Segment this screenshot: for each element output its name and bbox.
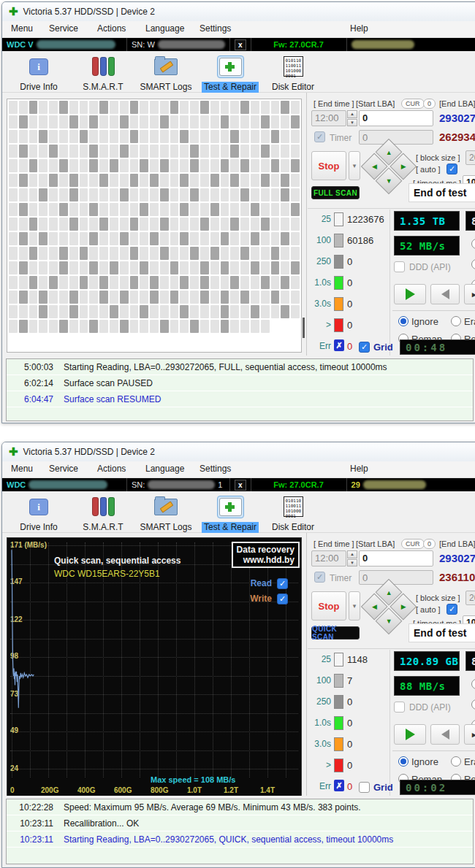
spinner-down-icon[interactable]: ▼: [347, 559, 357, 567]
scan-mode-button[interactable]: QUICK SCAN: [311, 626, 360, 640]
sub-panel-divider: [390, 650, 390, 796]
menu-item-service[interactable]: Service: [49, 23, 78, 34]
surface-scan-map[interactable]: [7, 99, 302, 353]
menu-item-service[interactable]: Service: [49, 464, 78, 474]
scan-block: [9, 188, 18, 201]
toolbar-button-drive-info[interactable]: iDrive Info: [8, 53, 69, 93]
end-time-spinner-value[interactable]: 12:00: [311, 550, 346, 566]
stop-button[interactable]: Stop: [311, 151, 346, 180]
ddd-api-checkbox[interactable]: [394, 261, 405, 272]
play-button[interactable]: [394, 724, 426, 745]
scan-block: [80, 159, 88, 172]
start-lba-input[interactable]: 0: [359, 550, 433, 566]
scan-block: [221, 276, 229, 289]
timer-checkbox[interactable]: [314, 572, 325, 583]
block-size-input[interactable]: 2048: [466, 591, 475, 605]
auto-checkbox[interactable]: [446, 164, 457, 174]
scan-position-thumb[interactable]: [303, 318, 305, 338]
log-box[interactable]: 10:22:28Speed: Maximum 95 MB/s. Average …: [6, 799, 474, 864]
scan-block: [80, 261, 88, 274]
menu-item-language[interactable]: Language: [145, 464, 184, 474]
menu-item-actions[interactable]: Actions: [97, 464, 126, 474]
scan-block: [140, 145, 148, 158]
timer-input: 0: [359, 130, 433, 145]
toolbar-button-smart-logs[interactable]: SMART Logs: [135, 53, 197, 93]
device-close-icon[interactable]: x: [235, 39, 246, 50]
menu-item-menu[interactable]: Menu: [11, 23, 33, 34]
end-time-spinner-arrows[interactable]: ▲▼: [347, 110, 357, 126]
end-time-spinner-arrows[interactable]: ▲▼: [347, 550, 357, 566]
ignore-radio[interactable]: [398, 316, 408, 326]
title-bar[interactable]: ✚Victoria 5.37 HDD/SSD | Device 2: [2, 442, 475, 461]
log-box[interactable]: 5:00:03Starting Reading, LBA=0..29302720…: [6, 358, 474, 421]
scan-block: [221, 291, 229, 304]
aux-radio-1[interactable]: [471, 239, 475, 249]
menu-item-help[interactable]: Help: [350, 464, 368, 474]
scan-block: [271, 218, 280, 231]
start-lba-input[interactable]: 0: [359, 110, 433, 126]
scan-block: [69, 145, 78, 158]
seek-error-button[interactable]: ▸?◂: [464, 284, 475, 304]
menu-item-actions[interactable]: Actions: [97, 23, 126, 34]
aux-radio-1[interactable]: [471, 679, 475, 689]
toolbar-button-label: Test & Repair: [202, 82, 259, 93]
aux-radio-2[interactable]: [471, 699, 475, 710]
back-button[interactable]: [430, 284, 460, 304]
speed-graph[interactable]: 171 (MB/s)147122987349240200G400G600G800…: [7, 537, 302, 796]
device-close-icon[interactable]: x: [235, 480, 246, 491]
spinner-up-icon[interactable]: ▲: [347, 550, 357, 558]
scan-mode-button[interactable]: FULL SCAN: [311, 186, 360, 199]
end-of-test-field[interactable]: End of test: [408, 623, 475, 642]
menu-item-settings[interactable]: Settings: [200, 464, 231, 474]
grid-checkbox[interactable]: [359, 342, 370, 353]
menu-item-settings[interactable]: Settings: [200, 23, 231, 34]
erase-radio[interactable]: [451, 756, 461, 767]
spinner-down-icon[interactable]: ▼: [347, 119, 357, 127]
erase-radio[interactable]: [451, 316, 461, 326]
menu-item-help[interactable]: Help: [350, 23, 368, 34]
end-of-test-field[interactable]: End of test: [408, 183, 475, 202]
block-size-input[interactable]: 2048: [466, 150, 475, 165]
seek-error-label: ▸?◂: [472, 290, 475, 299]
aux-radio-2[interactable]: [471, 259, 475, 269]
scan-block: [120, 203, 129, 216]
grid-checkbox[interactable]: [359, 782, 370, 793]
menu-item-menu[interactable]: Menu: [11, 464, 33, 474]
auto-checkbox[interactable]: [446, 604, 457, 615]
lba-done-value: 2361107: [439, 571, 475, 583]
stop-dropdown-button[interactable]: ▾: [349, 591, 360, 621]
scan-block: [200, 232, 209, 245]
toolbar-button-drive-info[interactable]: iDrive Info: [8, 493, 69, 533]
scan-block: [80, 145, 88, 158]
menu-bar: MenuServiceActionsLanguageSettingsHelp: [2, 21, 475, 38]
toolbar-button-s-m-a-r-t[interactable]: S.M.A.R.T: [72, 493, 134, 533]
scan-block: [89, 130, 98, 143]
scan-block: [99, 174, 108, 187]
timer-input: 0: [359, 570, 433, 585]
scan-block: [210, 159, 219, 172]
title-bar[interactable]: ✚Victoria 5.37 HDD/SSD | Device 2: [2, 2, 475, 21]
play-button[interactable]: [394, 284, 426, 304]
toolbar-button-label: Drive Info: [18, 522, 59, 533]
toolbar-button-test-repair[interactable]: Test & Repair: [200, 493, 261, 533]
ddd-api-checkbox[interactable]: [394, 702, 405, 713]
scan-block: [240, 174, 249, 187]
seek-error-button[interactable]: ▸?◂: [464, 724, 475, 745]
toolbar-button-disk-editor[interactable]: 0101101100111010000001Disk Editor: [262, 493, 324, 533]
end-time-spinner-value[interactable]: 12:00: [311, 110, 346, 126]
spinner-up-icon[interactable]: ▲: [347, 110, 357, 118]
toolbar-button-test-repair[interactable]: Test & Repair: [200, 53, 261, 93]
ignore-radio[interactable]: [398, 756, 408, 767]
counter-value: 0: [347, 277, 352, 288]
scan-block: [210, 276, 219, 289]
scan-block: [89, 188, 98, 201]
stop-button[interactable]: Stop: [311, 591, 346, 621]
menu-item-language[interactable]: Language: [145, 23, 184, 34]
stop-dropdown-button[interactable]: ▾: [349, 151, 360, 180]
toolbar-button-smart-logs[interactable]: SMART Logs: [135, 493, 197, 533]
toolbar-button-s-m-a-r-t[interactable]: S.M.A.R.T: [72, 53, 134, 93]
back-button[interactable]: [430, 724, 460, 745]
timer-checkbox[interactable]: [314, 131, 325, 142]
scan-block: [99, 276, 108, 289]
toolbar-button-disk-editor[interactable]: 0101101100111010000001Disk Editor: [262, 53, 324, 93]
